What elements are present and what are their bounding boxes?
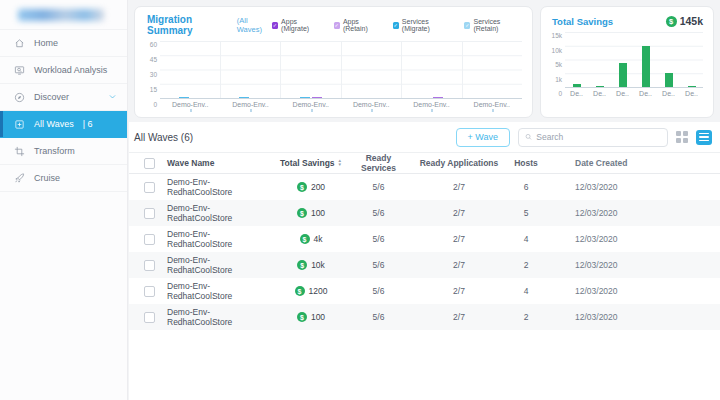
total-savings-cell: $ 100 — [271, 312, 351, 322]
savings-bar — [619, 63, 627, 87]
hosts-cell: 5 — [512, 208, 540, 218]
y-tick: 0 — [558, 90, 562, 97]
date-created-cell: 12/03/2020 — [540, 286, 720, 296]
legend-apps-retain[interactable]: ✓Apps (Retain) — [334, 18, 382, 32]
migration-summary-subtitle: (All Waves) — [237, 16, 272, 34]
y-tick: 0 — [153, 101, 157, 108]
table-row[interactable]: Demo-Env-RedhatCoolStore $ 10k 5/6 2/7 2… — [129, 252, 720, 278]
row-checkbox[interactable] — [144, 286, 155, 297]
date-created-cell: 12/03/2020 — [540, 234, 720, 244]
ready-applications-cell: 2/7 — [406, 312, 512, 322]
waves-table-panel: All Waves (6) + Wave Wave Name Total Sav… — [129, 122, 720, 400]
checked-checkbox-icon: ✓ — [393, 22, 399, 29]
sidebar-item-workload-analysis[interactable]: Workload Analysis — [0, 57, 127, 84]
legend-services-migrate[interactable]: ✓Services (Migrate) — [393, 18, 454, 32]
ready-applications-cell: 2/7 — [406, 260, 512, 270]
column-header-total-savings[interactable]: Total Savings ▲▼ — [271, 158, 351, 168]
app-window: Home Workload Analysis Discover All Wave… — [0, 0, 720, 400]
row-checkbox[interactable] — [144, 312, 155, 323]
app-logo — [18, 9, 104, 21]
legend-apps-migrate[interactable]: ✓Apps (Migrate) — [272, 18, 323, 32]
dollar-circle-icon: $ — [295, 286, 305, 296]
charts-row: Migration Summary (All Waves) ✓Apps (Mig… — [129, 0, 720, 122]
sidebar-item-cruise[interactable]: Cruise — [0, 165, 127, 192]
y-tick: 1k — [555, 76, 562, 83]
search-box — [518, 128, 668, 147]
sidebar-item-label: Workload Analysis — [34, 65, 107, 75]
search-icon — [525, 133, 532, 141]
search-input[interactable] — [536, 132, 661, 142]
table-row[interactable]: Demo-Env-RedhatCoolStore $ 100 5/6 2/7 5… — [129, 200, 720, 226]
table-row[interactable]: Demo-Env-RedhatCoolStore $ 200 5/6 2/7 6… — [129, 174, 720, 200]
ready-services-cell: 5/6 — [351, 260, 406, 270]
x-tick-label: De.. — [565, 90, 588, 97]
total-savings-title: Total Savings — [552, 16, 613, 27]
sidebar-item-transform[interactable]: Transform — [0, 138, 127, 165]
savings-value: 4k — [314, 234, 323, 244]
date-created-cell: 12/03/2020 — [540, 208, 720, 218]
savings-value: 100 — [311, 312, 325, 322]
grid-view-toggle[interactable] — [676, 131, 688, 143]
column-header-wave-name[interactable]: Wave Name — [155, 158, 271, 168]
hosts-cell: 2 — [512, 260, 540, 270]
wave-name-cell: Demo-Env-RedhatCoolStore — [155, 229, 271, 249]
column-header-date-created[interactable]: Date Created — [540, 158, 720, 168]
row-checkbox[interactable] — [144, 234, 155, 245]
cruise-rocket-icon — [14, 173, 25, 184]
savings-bar — [688, 86, 696, 87]
date-created-cell: 12/03/2020 — [540, 260, 720, 270]
migration-xlabels: Demo-Env..Demo-Env..Demo-Env..Demo-Env..… — [160, 101, 522, 108]
total-savings-cell: $ 10k — [271, 260, 351, 270]
wave-name-cell: Demo-Env-RedhatCoolStore — [155, 281, 271, 301]
column-header-ready-services[interactable]: Ready Services — [351, 153, 406, 173]
ready-services-cell: 5/6 — [351, 312, 406, 322]
list-view-toggle[interactable] — [696, 130, 712, 145]
x-tick-label: Demo-Env.. — [341, 101, 401, 108]
x-tick-label: Demo-Env.. — [220, 101, 280, 108]
discover-compass-icon — [14, 92, 25, 103]
ready-applications-cell: 2/7 — [406, 208, 512, 218]
y-tick: 5k — [555, 61, 562, 68]
ready-services-cell: 5/6 — [351, 182, 406, 192]
transform-crop-icon — [14, 146, 25, 157]
select-all-checkbox[interactable] — [144, 158, 155, 169]
workload-analysis-icon — [14, 65, 25, 76]
column-header-hosts[interactable]: Hosts — [512, 158, 540, 168]
x-tick-label: Demo-Env.. — [401, 101, 461, 108]
row-checkbox[interactable] — [144, 182, 155, 193]
migration-y-axis: 60 45 30 15 0 — [143, 41, 160, 108]
savings-value: 1200 — [309, 286, 328, 296]
savings-value: 200 — [311, 182, 325, 192]
legend-services-retain[interactable]: ✓Services (Retain) — [464, 18, 522, 32]
total-savings-badge: $ 145k — [666, 15, 703, 27]
sidebar-item-discover[interactable]: Discover — [0, 84, 127, 111]
sort-icon[interactable]: ▲▼ — [338, 159, 342, 167]
wave-name-cell: Demo-Env-RedhatCoolStore — [155, 203, 271, 223]
ready-services-cell: 5/6 — [351, 234, 406, 244]
all-waves-icon — [14, 119, 25, 130]
table-row[interactable]: Demo-Env-RedhatCoolStore $ 1200 5/6 2/7 … — [129, 278, 720, 304]
chart-legend: ✓Apps (Migrate) ✓Apps (Retain) ✓Services… — [272, 18, 522, 32]
x-tick-label: De.. — [657, 90, 680, 97]
x-tick-label: De.. — [634, 90, 657, 97]
ready-applications-cell: 2/7 — [406, 286, 512, 296]
sidebar: Home Workload Analysis Discover All Wave… — [0, 0, 128, 400]
wave-name-cell: Demo-Env-RedhatCoolStore — [155, 307, 271, 327]
x-tick-label: De.. — [680, 90, 703, 97]
main-content: Migration Summary (All Waves) ✓Apps (Mig… — [129, 0, 720, 400]
sidebar-item-label: Home — [34, 38, 58, 48]
table-row[interactable]: Demo-Env-RedhatCoolStore $ 100 5/6 2/7 2… — [129, 304, 720, 330]
logo-box — [0, 0, 127, 30]
add-wave-button[interactable]: + Wave — [456, 128, 510, 147]
table-row[interactable]: Demo-Env-RedhatCoolStore $ 4k 5/6 2/7 4 … — [129, 226, 720, 252]
sidebar-item-label: Cruise — [34, 173, 60, 183]
row-checkbox[interactable] — [144, 260, 155, 271]
column-header-ready-applications[interactable]: Ready Applications — [406, 158, 512, 168]
row-checkbox[interactable] — [144, 208, 155, 219]
savings-value: 10k — [311, 260, 325, 270]
dollar-circle-icon: $ — [297, 312, 307, 322]
total-savings-cell: $ 4k — [271, 234, 351, 244]
y-tick: 45 — [150, 56, 157, 63]
sidebar-item-all-waves[interactable]: All Waves | 6 — [0, 111, 127, 138]
sidebar-item-home[interactable]: Home — [0, 30, 127, 57]
